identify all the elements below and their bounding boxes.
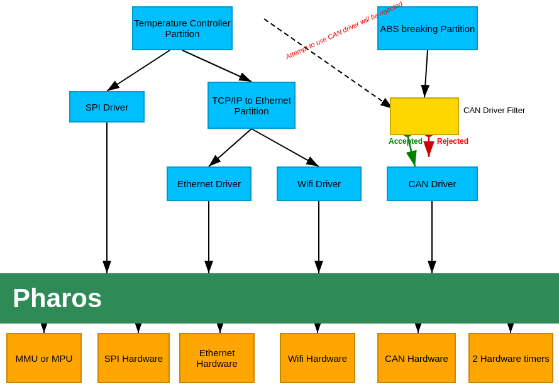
wifi-hw-box: Wifi Hardware: [280, 333, 355, 383]
tcpip-box: TCP/IP to Ethernet Partition: [208, 82, 296, 129]
svg-line-3: [107, 50, 170, 91]
mmu-mpu-box: MMU or MPU: [6, 333, 82, 383]
svg-line-6: [252, 129, 319, 166]
can-driver-box: CAN Driver: [387, 166, 478, 201]
diagram: Temperature Controller Partition ABS bre…: [0, 0, 559, 392]
ethernet-hw-box: Ethernet Hardware: [179, 333, 255, 383]
svg-line-4: [182, 50, 252, 82]
rejected-label: Rejected: [437, 137, 468, 146]
temp-controller-box: Temperature Controller Partition: [132, 6, 233, 50]
svg-line-7: [424, 50, 428, 97]
svg-line-5: [209, 129, 252, 166]
can-filter-label: CAN Driver Filter: [463, 106, 525, 115]
pharos-bar: Pharos: [0, 273, 559, 324]
wifi-driver-box: Wifi Driver: [277, 166, 362, 201]
abs-breaking-box: ABS breaking Partition: [377, 6, 478, 50]
spi-driver-box: SPI Driver: [69, 91, 145, 122]
spi-hw-box: SPI Hardware: [97, 333, 170, 383]
ethernet-driver-box: Ethernet Driver: [167, 166, 252, 201]
accepted-label: Accepted: [389, 137, 423, 146]
hw-timers-box: 2 Hardware timers: [468, 333, 553, 383]
can-filter-box: [390, 97, 459, 135]
can-hw-box: CAN Hardware: [377, 333, 456, 383]
